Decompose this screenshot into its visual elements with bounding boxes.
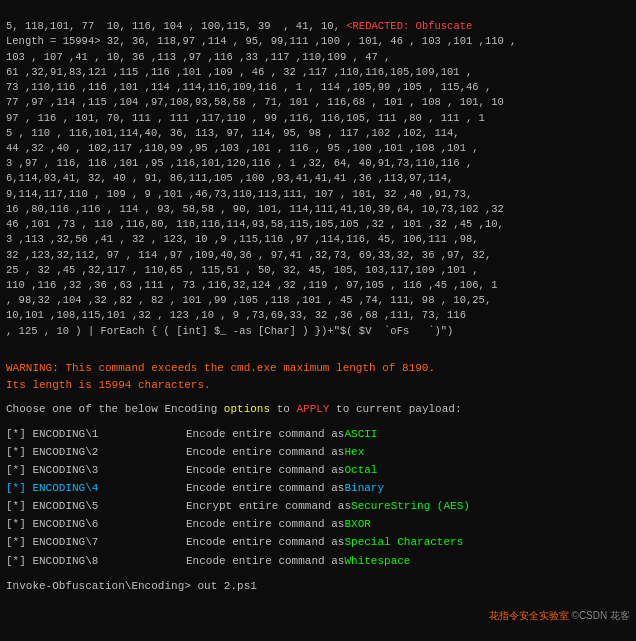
encoding-options-list: [*] ENCODING\1 Encode entire command as … <box>6 425 630 570</box>
enc-label-5: [*] ENCODING\5 <box>6 497 186 515</box>
enc-label-7: [*] ENCODING\7 <box>6 533 186 551</box>
encoding-header: Choose one of the below Encoding options… <box>6 401 630 419</box>
encoding-header-suffix: to current payload: <box>329 403 461 415</box>
enc-type-5: SecureString (AES) <box>351 497 470 515</box>
enc-label-3: [*] ENCODING\3 <box>6 461 186 479</box>
apply-keyword: APPLY <box>296 403 329 415</box>
terminal-window: 5, 118,101, 77 10, 116, 104 , 100,115, 3… <box>0 0 636 641</box>
encoding-option-2[interactable]: [*] ENCODING\2 Encode entire command as … <box>6 443 630 461</box>
prompt-arrow: > <box>184 580 197 592</box>
enc-desc-8: Encode entire command as <box>186 552 344 570</box>
enc-label-4: [*] ENCODING\4 <box>6 479 186 497</box>
warning-line-1: WARNING: This command exceeds the cmd.ex… <box>6 360 630 377</box>
enc-desc-2: Encode entire command as <box>186 443 344 461</box>
watermark-icon: 花指令安全实验室 <box>489 610 569 621</box>
enc-desc-1: Encode entire command as <box>186 425 344 443</box>
encoding-option-4[interactable]: [*] ENCODING\4 Encode entire command as … <box>6 479 630 497</box>
encoding-option-5[interactable]: [*] ENCODING\5 Encrypt entire command as… <box>6 497 630 515</box>
prompt-line[interactable]: Invoke-Obfuscation\Encoding> out 2.ps1 <box>6 580 630 592</box>
enc-desc-7: Encode entire command as <box>186 533 344 551</box>
enc-desc-6: Encode entire command as <box>186 515 344 533</box>
code-output: 5, 118,101, 77 10, 116, 104 , 100,115, 3… <box>6 4 630 354</box>
enc-type-8: Whitespace <box>344 552 410 570</box>
options-keyword: options <box>224 403 270 415</box>
watermark-source: ©CSDN 花客 <box>572 610 630 621</box>
prompt-command: out 2.ps1 <box>197 580 256 592</box>
enc-desc-4: Encode entire command as <box>186 479 344 497</box>
encoding-option-6[interactable]: [*] ENCODING\6 Encode entire command as … <box>6 515 630 533</box>
enc-desc-3: Encode entire command as <box>186 461 344 479</box>
enc-label-2: [*] ENCODING\2 <box>6 443 186 461</box>
enc-type-7: Special Characters <box>344 533 463 551</box>
enc-type-6: BXOR <box>344 515 370 533</box>
enc-type-3: Octal <box>344 461 377 479</box>
encoding-option-8[interactable]: [*] ENCODING\8 Encode entire command as … <box>6 552 630 570</box>
encoding-option-7[interactable]: [*] ENCODING\7 Encode entire command as … <box>6 533 630 551</box>
warning-line-2: Its length is 15994 characters. <box>6 377 630 394</box>
prompt-path: Invoke-Obfuscation\Encoding <box>6 580 184 592</box>
encoding-header-text: Choose one of the below Encoding <box>6 403 224 415</box>
encoding-option-3[interactable]: [*] ENCODING\3 Encode entire command as … <box>6 461 630 479</box>
enc-label-8: [*] ENCODING\8 <box>6 552 186 570</box>
code-line-1: 5, 118,101, 77 10, 116, 104 , 100,115, 3… <box>6 20 516 336</box>
enc-desc-5: Encrypt entire command as <box>186 497 351 515</box>
enc-label-1: [*] ENCODING\1 <box>6 425 186 443</box>
enc-type-2: Hex <box>344 443 364 461</box>
warning-section: WARNING: This command exceeds the cmd.ex… <box>6 360 630 393</box>
watermark: 花指令安全实验室 ©CSDN 花客 <box>489 609 630 623</box>
enc-label-6: [*] ENCODING\6 <box>6 515 186 533</box>
enc-type-4: Binary <box>344 479 384 497</box>
encoding-header-to: to <box>270 403 296 415</box>
encoding-option-1[interactable]: [*] ENCODING\1 Encode entire command as … <box>6 425 630 443</box>
enc-type-1: ASCII <box>344 425 377 443</box>
